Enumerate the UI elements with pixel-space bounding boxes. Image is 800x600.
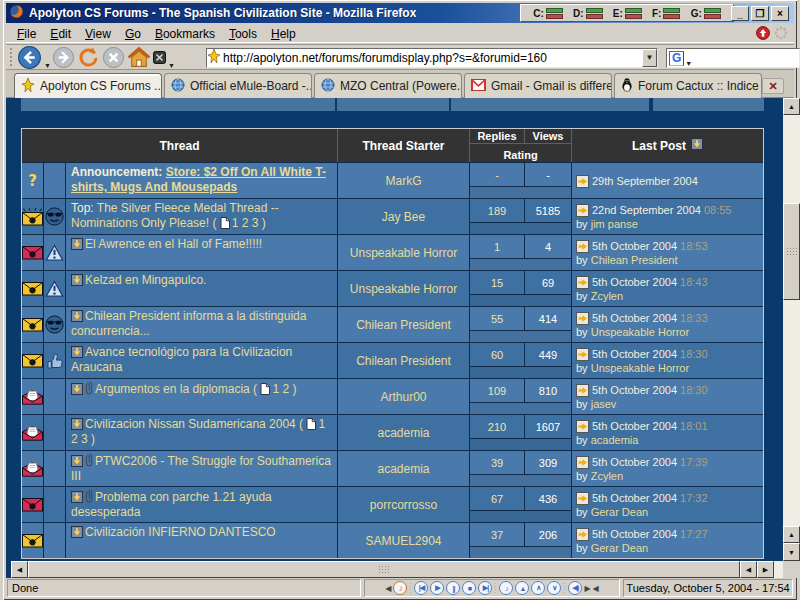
- thread-title-link[interactable]: Argumentos en la diplomacia: [95, 382, 250, 396]
- header-replies[interactable]: Replies: [470, 129, 525, 143]
- replies-count[interactable]: 37: [470, 523, 525, 546]
- thread-title-link[interactable]: Chilean President informa a la distingui…: [71, 309, 306, 338]
- last-poster-link[interactable]: jim panse: [591, 218, 638, 230]
- close-button[interactable]: ×: [771, 6, 789, 21]
- restore-button[interactable]: ❐: [751, 6, 769, 21]
- last-poster-link[interactable]: Unspeakable Horror: [591, 362, 689, 374]
- search-input[interactable]: [692, 50, 799, 66]
- replies-count[interactable]: -: [470, 163, 525, 186]
- thread-title-link[interactable]: Problema con parche 1.21 ayuda desespera…: [71, 490, 272, 519]
- go-to-last-post-icon[interactable]: [576, 384, 592, 396]
- minimize-button[interactable]: _: [731, 6, 749, 21]
- go-to-last-post-icon[interactable]: [576, 420, 592, 432]
- go-to-last-post-icon[interactable]: [576, 492, 592, 504]
- extension-button[interactable]: [153, 51, 166, 64]
- url-input[interactable]: [221, 50, 642, 66]
- go-to-first-new-post-icon[interactable]: [71, 525, 85, 539]
- page-links[interactable]: 1 2 3: [232, 216, 259, 230]
- tab-2[interactable]: Official eMule-Board -...: [164, 73, 312, 98]
- go-to-first-new-post-icon[interactable]: [71, 345, 85, 359]
- thread-starter[interactable]: MarkG: [338, 163, 470, 198]
- last-poster-link[interactable]: Gerar Dean: [591, 542, 648, 554]
- menu-file[interactable]: File: [10, 25, 43, 43]
- media-down-button[interactable]: ∨: [547, 581, 561, 595]
- thread-title-link[interactable]: El Awrence en el Hall of Fame!!!!!: [85, 237, 262, 251]
- page-links[interactable]: 1 2: [272, 382, 289, 396]
- home-button[interactable]: [127, 46, 151, 69]
- scroll-up-button-bottom[interactable]: ▲: [783, 526, 800, 543]
- menu-view[interactable]: View: [78, 25, 118, 43]
- reload-button[interactable]: [77, 46, 100, 69]
- media-overflow-arrow[interactable]: ◀: [385, 584, 391, 593]
- header-last-post[interactable]: Last Post: [572, 129, 763, 162]
- thread-starter[interactable]: Chilean President: [338, 307, 470, 342]
- last-poster-link[interactable]: Zcylen: [591, 470, 623, 482]
- thread-starter[interactable]: porrcorrosso: [338, 487, 470, 522]
- go-to-first-new-post-icon[interactable]: [71, 273, 85, 287]
- vertical-scroll-thumb[interactable]: [783, 203, 800, 300]
- media-eject-button[interactable]: ▲: [515, 581, 529, 595]
- header-thread[interactable]: Thread: [22, 129, 338, 162]
- back-dropdown-icon[interactable]: ▼: [44, 62, 51, 69]
- go-to-first-new-post-icon[interactable]: [71, 417, 85, 431]
- tab-4[interactable]: Gmail - Gmail is differe...: [464, 73, 612, 98]
- scroll-left-button-right[interactable]: ◀: [740, 561, 757, 578]
- thread-title-link[interactable]: PTWC2006 - The Struggle for Southamerica…: [71, 454, 331, 483]
- header-thread-starter[interactable]: Thread Starter: [338, 129, 470, 162]
- media-overflow-arrow[interactable]: ◀: [593, 584, 599, 593]
- close-tab-button[interactable]: ✕: [762, 78, 784, 94]
- tab-5[interactable]: Forum Cactux :: Indice: [614, 73, 762, 98]
- replies-count[interactable]: 210: [470, 415, 525, 438]
- go-to-last-post-icon[interactable]: [576, 276, 592, 288]
- thread-starter[interactable]: SAMUEL2904: [338, 523, 470, 558]
- menu-help[interactable]: Help: [264, 25, 303, 43]
- replies-count[interactable]: 55: [470, 307, 525, 330]
- thread-title-link[interactable]: Civilizacion Nissan Sudamericana 2004: [85, 417, 296, 431]
- horizontal-scroll-thumb[interactable]: [28, 561, 740, 578]
- menu-bookmarks[interactable]: Bookmarks: [148, 25, 222, 43]
- tab-1[interactable]: Apolyton CS Forums ...: [14, 73, 162, 98]
- thread-starter[interactable]: academia: [338, 415, 470, 450]
- go-to-last-post-icon[interactable]: [576, 204, 592, 216]
- media-stop-button[interactable]: ■: [462, 581, 476, 595]
- thread-starter[interactable]: Chilean President: [338, 343, 470, 378]
- go-to-last-post-icon[interactable]: [576, 348, 592, 360]
- scroll-down-button[interactable]: ▼: [783, 543, 800, 561]
- search-engine-dropdown-icon[interactable]: ▼: [685, 60, 692, 67]
- scroll-right-button[interactable]: ▶: [757, 561, 774, 578]
- media-pause-button[interactable]: ||: [446, 581, 460, 595]
- go-to-first-new-post-icon[interactable]: [71, 382, 85, 396]
- replies-count[interactable]: 109: [470, 379, 525, 402]
- back-button[interactable]: [17, 45, 42, 70]
- replies-count[interactable]: 189: [470, 199, 525, 222]
- thread-title-link[interactable]: Kelzad en Mingapulco.: [85, 273, 206, 287]
- menu-tools[interactable]: Tools: [222, 25, 264, 43]
- go-to-last-post-icon[interactable]: [576, 528, 592, 540]
- media-player-icon[interactable]: ♪: [393, 581, 407, 595]
- replies-count[interactable]: 60: [470, 343, 525, 366]
- thread-title-link[interactable]: Avance tecnológico para la Civilizacion …: [71, 345, 292, 374]
- thread-starter[interactable]: academia: [338, 451, 470, 486]
- vertical-scrollbar[interactable]: [783, 98, 800, 561]
- thread-starter[interactable]: Jay Bee: [338, 199, 470, 234]
- media-note-button[interactable]: ♪: [499, 581, 513, 595]
- go-to-first-new-post-icon[interactable]: [71, 490, 85, 504]
- replies-count[interactable]: 39: [470, 451, 525, 474]
- media-speaker-button[interactable]: ◀): [568, 581, 582, 595]
- scroll-left-button[interactable]: ◀: [11, 561, 28, 578]
- menu-go[interactable]: Go: [118, 25, 148, 43]
- last-poster-link[interactable]: Gerar Dean: [591, 506, 648, 518]
- go-to-last-post-icon[interactable]: [576, 312, 592, 324]
- last-poster-link[interactable]: Zcylen: [591, 290, 623, 302]
- scroll-up-button[interactable]: ▲: [783, 98, 800, 115]
- menu-edit[interactable]: Edit: [43, 25, 78, 43]
- go-to-last-post-icon[interactable]: [576, 456, 592, 468]
- tab-3[interactable]: MZO Central (Powere...: [314, 73, 462, 98]
- thread-title-link[interactable]: Civilización INFIERNO DANTESCO: [85, 525, 276, 539]
- google-logo-icon[interactable]: G: [669, 51, 684, 66]
- replies-count[interactable]: 1: [470, 235, 525, 258]
- last-poster-link[interactable]: Unspeakable Horror: [591, 326, 689, 338]
- forward-button[interactable]: [52, 46, 75, 69]
- go-to-first-new-post-icon[interactable]: [71, 454, 85, 468]
- thread-starter[interactable]: Unspeakable Horror: [338, 271, 470, 306]
